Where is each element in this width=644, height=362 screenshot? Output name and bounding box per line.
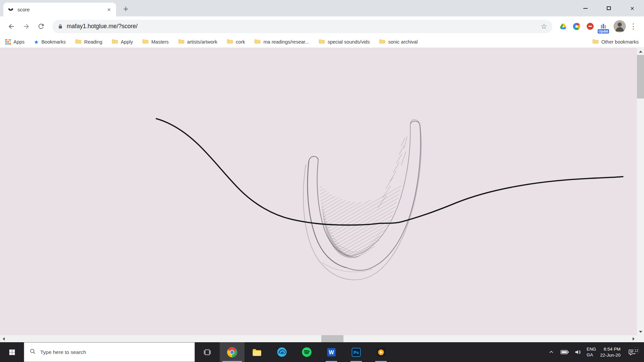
tab-close-icon[interactable]: × [105,6,113,13]
bookmarks-shortcut[interactable]: ★ Bookmarks [34,39,66,45]
back-arrow-icon [7,22,15,31]
windows-logo-icon [8,349,16,356]
search-icon [30,348,36,356]
new-tab-button[interactable]: + [120,3,131,14]
browser-tab-strip: score × + × [0,0,644,16]
taskbar-search[interactable]: Type here to search [24,342,195,362]
scroll-left-button[interactable] [0,335,7,342]
battery-icon[interactable] [560,349,569,355]
language-indicator[interactable]: ENG GA [587,347,596,358]
window-minimize-button[interactable] [574,0,597,16]
taskbar-clock[interactable]: 6:54 PM 22-Jun-20 [600,346,621,358]
window-close-button[interactable]: × [621,0,644,16]
taskbar-spotify-icon[interactable] [294,342,319,362]
bookmark-folder-ma-readings[interactable]: ma readings/resear... [254,39,309,45]
taskbar: Type here to search [0,342,644,362]
horizontal-scrollbar[interactable] [0,335,637,342]
folder-label: sonic archival [388,39,418,45]
back-button[interactable] [5,20,18,33]
bookmark-folder-artists-artwork[interactable]: artists/artwork [178,39,217,45]
scroll-up-button[interactable] [637,48,644,55]
start-button[interactable] [0,342,24,362]
folder-icon [75,39,82,45]
vertical-scrollbar[interactable] [637,48,644,335]
profile-avatar[interactable] [613,20,626,33]
taskbar-chrome-icon[interactable] [220,342,245,362]
window-maximize-button[interactable] [597,0,621,16]
language-code: ENG [587,347,596,352]
browser-toolbar: mafay1.hotglue.me/?score/ ☆ [0,16,644,36]
bookmark-star-icon[interactable]: ☆ [541,22,547,31]
clock-date: 22-Jun-20 [600,352,621,358]
system-tray: ENG GA 6:54 PM 22-Jun-20 12 [546,342,644,362]
taskbar-edge-icon[interactable] [269,342,294,362]
pinwheel-extension-icon[interactable] [571,20,583,33]
bookmark-folder-sonic-archival[interactable]: sonic archival [379,39,418,45]
browser-tab-score[interactable]: score × [3,3,116,16]
tab-title: score [17,7,102,12]
other-bookmarks-label: Other bookmarks [601,39,639,45]
clock-time: 6:54 PM [600,346,621,352]
scroll-right-button[interactable] [630,335,637,342]
taskbar-word-icon[interactable]: W [319,342,344,362]
language-region: GA [587,352,596,358]
folder-icon [112,39,118,45]
scroll-down-button[interactable] [637,328,644,335]
folder-icon [379,39,385,45]
update-extension-icon[interactable]: Updat [597,20,609,33]
folder-label: artists/artwork [187,39,217,45]
vertical-scroll-thumb[interactable] [637,55,644,99]
forward-arrow-icon [22,22,30,31]
folder-icon [142,39,149,45]
apps-label: Apps [13,39,24,45]
scrollbar-corner [637,335,644,342]
folder-label: Masters [151,39,169,45]
bookmark-folder-reading[interactable]: Reading [75,39,102,45]
apps-shortcut[interactable]: Apps [5,39,24,45]
folder-icon [254,39,261,45]
svg-text:Ps: Ps [354,350,359,355]
triangle-right-icon [633,337,635,341]
taskbar-file-explorer-icon[interactable] [245,342,269,362]
triangle-up-icon [639,51,642,53]
bookmark-folder-apply[interactable]: Apply [112,39,133,45]
bookmark-folder-cork[interactable]: cork [227,39,245,45]
score-drawing [0,48,637,335]
taskbar-media-player-icon[interactable] [369,342,393,362]
search-placeholder: Type here to search [40,349,86,355]
reload-button[interactable] [34,20,48,33]
bookmarks-bar: Apps ★ Bookmarks Reading Apply Masters a… [0,36,644,48]
taskbar-photoshop-icon[interactable]: Ps [344,342,369,362]
other-bookmarks[interactable]: Other bookmarks [592,39,639,45]
action-center-button[interactable]: 12 [625,348,639,356]
url-text[interactable]: mafay1.hotglue.me/?score/ [67,23,537,30]
svg-text:W: W [329,349,334,355]
tray-expand-chevron-icon[interactable] [546,350,556,355]
maximize-icon [607,6,611,10]
folder-icon [319,39,325,45]
folder-label: cork [236,39,245,45]
bookmarks-label: Bookmarks [41,39,66,45]
browser-menu-button[interactable]: ⋮ [627,20,639,33]
bookmark-folder-special-sounds[interactable]: special sounds/vids [319,39,370,45]
address-bar[interactable]: mafay1.hotglue.me/?score/ ☆ [52,20,552,33]
bookmark-folder-masters[interactable]: Masters [142,39,169,45]
task-view-button[interactable] [195,342,220,362]
triangle-left-icon [3,337,5,341]
lock-icon [58,24,63,29]
adblock-extension-icon[interactable] [584,20,596,33]
horizontal-scroll-thumb[interactable] [321,335,343,342]
folder-label: special sounds/vids [328,39,370,45]
drive-extension-icon[interactable] [557,20,569,33]
forward-button[interactable] [19,20,33,33]
triangle-down-icon [639,331,642,333]
folder-icon [227,39,233,45]
window-controls: × [574,0,644,16]
star-icon: ★ [34,39,39,45]
tab-favicon-icon [7,6,14,13]
page-content [0,48,644,342]
volume-icon[interactable] [573,349,583,355]
extension-badge: Updat [598,29,609,34]
canvas-row [0,48,644,335]
task-view-icon [203,348,212,357]
